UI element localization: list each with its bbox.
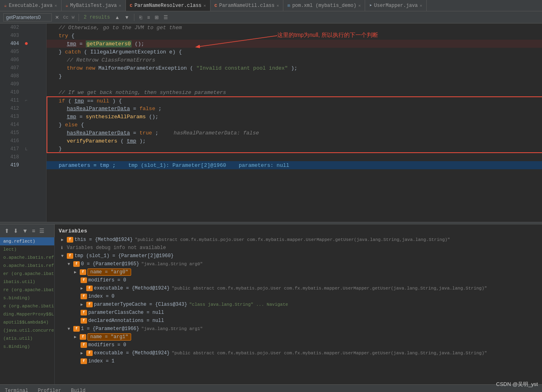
code-line-411: if ( tmp == null ) {: [47, 96, 542, 104]
gutter-row-409: 409: [0, 80, 46, 88]
stack-item-5[interactable]: ibatis.util): [0, 278, 54, 286]
code-line-405: } catch ( IllegalArgumentException e) {: [47, 48, 542, 56]
stack-item-3[interactable]: o.apache.ibatis.reflection: [0, 262, 54, 270]
expand-arrow-0: ▼: [68, 262, 73, 266]
expand-arrow-tmp: ▼: [61, 254, 67, 258]
debug-left-section: ⬆ ⬇ ▼ ≡ ☰ ang.reflect) lect) o.apache.ib…: [0, 224, 55, 384]
var-icon-exec1: f: [86, 350, 93, 356]
tab-pom-xml[interactable]: m pom.xml (mybatis_demo) ✕: [283, 0, 365, 11]
prev-result-button[interactable]: ▲: [113, 14, 121, 21]
var-row-this[interactable]: ▶ f this = {Method@1924} "public abstrac…: [55, 236, 542, 244]
tab-terminal[interactable]: Terminal: [0, 386, 33, 392]
var-icon-exec0: f: [86, 285, 93, 291]
next-result-button[interactable]: ▼: [123, 14, 131, 21]
stack-item-11[interactable]: (java.util.concurrent): [0, 326, 54, 334]
map-icon: ➤: [369, 3, 372, 8]
var-row-name-arg1[interactable]: ▶ f name = "arg1": [55, 333, 542, 341]
tab-executable-java[interactable]: ☕ Executable.java ✕: [0, 0, 62, 11]
tab-mybatistest-java[interactable]: ☕ MyBatisTest.java ✕: [62, 0, 126, 11]
java-icon: ☕: [4, 3, 7, 8]
code-line-410: // If we get back nothing, then synthesi…: [47, 88, 542, 96]
filter-debug-button[interactable]: ▼: [21, 226, 29, 235]
filter-button[interactable]: ⊞: [153, 14, 160, 21]
close-icon[interactable]: ✕: [358, 3, 361, 8]
close-icon[interactable]: ✕: [204, 3, 206, 8]
close-search-button[interactable]: ✕: [53, 14, 61, 21]
close-icon[interactable]: ✕: [55, 3, 57, 8]
results-count: 2 results: [84, 15, 110, 20]
tab-profiler[interactable]: Profiler: [33, 386, 66, 392]
stack-item-6[interactable]: re (org.apache.ibatis.b: [0, 286, 54, 294]
stack-item-2[interactable]: o.apache.ibatis.reflecti: [0, 254, 54, 262]
var-row-classCache-0[interactable]: f parameterClassCache = null: [55, 309, 542, 317]
var-row-typeCache-0[interactable]: ▶ f parameterTypeCache = {Class@343} "cl…: [55, 300, 542, 309]
stack-item-8[interactable]: e (org.apache.ibatis.bin: [0, 302, 54, 310]
tab-paramnameutil-class[interactable]: C ParamNameUtil.class ✕: [210, 0, 283, 11]
expand-arrow-1: ▼: [68, 327, 73, 331]
move-up-button[interactable]: ⬆: [3, 226, 11, 235]
stack-item-10[interactable]: apUtil$$Lambda$4): [0, 318, 54, 326]
var-row-modifiers-0[interactable]: f modifiers = 0: [55, 276, 542, 284]
stack-item-1[interactable]: lect): [0, 245, 54, 254]
list-debug-button[interactable]: ≡: [31, 226, 36, 235]
stack-item-12[interactable]: (atis.util): [0, 334, 54, 343]
toolbar-separator: [79, 14, 79, 21]
settings-button[interactable]: ≡: [145, 14, 151, 21]
gutter-row-411: 411 ⌐: [0, 96, 46, 104]
toolbar-separator-2: [134, 14, 134, 21]
replace-button[interactable]: ⎗: [138, 14, 144, 21]
code-line-417: }: [47, 145, 542, 153]
var-row-modifiers-1[interactable]: f modifiers = 0: [55, 341, 542, 349]
close-icon[interactable]: ✕: [276, 3, 279, 8]
var-icon-this: f: [67, 237, 73, 243]
move-down-button[interactable]: ⬇: [12, 226, 19, 235]
java-icon: C: [215, 3, 217, 8]
var-row-0[interactable]: ▼ f 0 = {Parameter@1965} "java.lang.Stri…: [55, 260, 542, 268]
close-icon[interactable]: ✕: [420, 3, 422, 8]
breakpoint-icon-404[interactable]: ●: [22, 40, 30, 47]
tab-paramnameresolver-class[interactable]: C ParamNameResolver.class ✕: [126, 0, 210, 11]
var-row-annotations-0[interactable]: f declaredAnnotations = null: [55, 317, 542, 325]
var-icon-0: f: [73, 261, 80, 267]
code-line-408: }: [47, 72, 542, 80]
line-gutter: 402 403 404 ● 405 406 407: [0, 23, 47, 222]
var-icon-mod1: f: [81, 342, 87, 348]
fold-icon-411[interactable]: ⌐: [22, 98, 30, 103]
var-icon-1: f: [73, 326, 80, 332]
code-line-413: tmp = synthesizeAllParams ();: [47, 113, 542, 121]
code-line-418: [47, 153, 542, 161]
settings-debug-button[interactable]: ☰: [38, 226, 46, 235]
expand-arrow-exec0: ▶: [81, 286, 86, 291]
java-icon: C: [130, 3, 133, 8]
stack-item-0[interactable]: ang.reflect): [0, 237, 54, 245]
gutter-row-413: 413: [0, 113, 46, 121]
var-row-executable-0[interactable]: ▶ f executable = {Method@1924} "public a…: [55, 284, 542, 292]
stack-item-7[interactable]: s.binding): [0, 294, 54, 302]
more-button[interactable]: ☰: [162, 14, 170, 21]
call-stack-panel: ang.reflect) lect) o.apache.ibatis.refle…: [0, 237, 55, 384]
var-row-tmp[interactable]: ▼ f tmp (slot_1) = {Parameter[2]@1960}: [55, 252, 542, 260]
var-row-name-arg0[interactable]: ▶ f name = "arg0": [55, 268, 542, 276]
close-icon[interactable]: ✕: [119, 3, 121, 8]
gutter-row-402: 402: [0, 23, 46, 32]
var-row-1[interactable]: ▼ f 1 = {Parameter@1966} "java.lang.Stri…: [55, 325, 542, 333]
tab-usermapper-java[interactable]: ➤ UserMapper.java ✕: [365, 0, 427, 11]
stack-item-9[interactable]: ding.MapperProxy$$La: [0, 310, 54, 318]
stack-item-4[interactable]: er (org.apache.ibatis:: [0, 270, 54, 278]
expand-arrow-this: ▶: [61, 237, 67, 242]
gutter-row-408: 408: [0, 72, 46, 80]
fold-icon-417[interactable]: L: [22, 147, 30, 151]
gutter-row-419: 419: [0, 161, 46, 169]
stack-item-13[interactable]: s.Binding): [0, 343, 54, 351]
code-line-416: verifyParameters ( tmp );: [47, 137, 542, 145]
var-row-index-0[interactable]: f index = 0: [55, 292, 542, 300]
search-input[interactable]: [3, 13, 52, 21]
expand-arrow-name0: ▶: [74, 270, 80, 275]
var-name1-highlight: name = "arg1": [87, 333, 131, 341]
var-row-index-1[interactable]: f index = 1: [55, 357, 542, 365]
tab-bar: ☕ Executable.java ✕ ☕ MyBatisTest.java ✕…: [0, 0, 542, 11]
gutter-row-414: 414: [0, 121, 46, 129]
tab-build[interactable]: Build: [66, 386, 90, 392]
code-line-403: try {: [47, 32, 542, 40]
var-row-executable-1[interactable]: ▶ f executable = {Method@1924} "public a…: [55, 349, 542, 357]
